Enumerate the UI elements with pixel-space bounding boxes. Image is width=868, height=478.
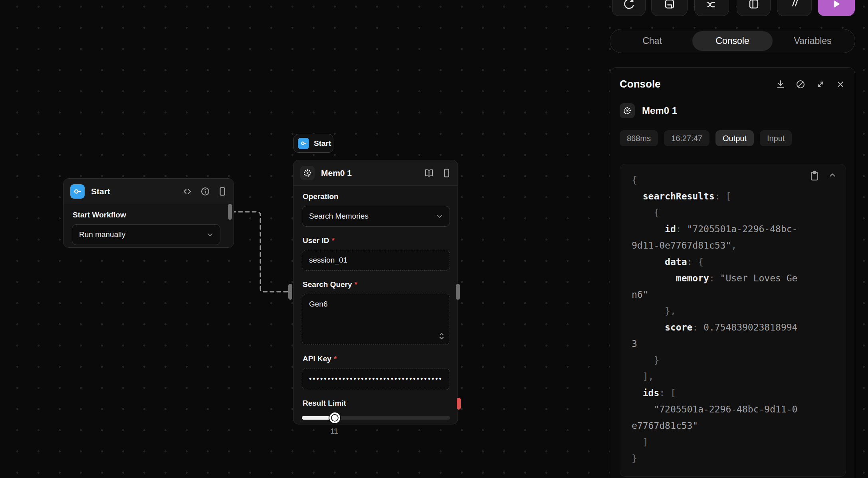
undo-icon bbox=[623, 0, 635, 16]
result-limit-value: 11 bbox=[326, 427, 342, 436]
input-toggle[interactable]: Input bbox=[760, 130, 792, 146]
start-icon bbox=[298, 138, 309, 149]
start-chip-label: Start bbox=[314, 139, 331, 148]
api-key-label: API Key* bbox=[303, 355, 449, 363]
result-limit-slider[interactable] bbox=[302, 412, 450, 423]
expand-icon[interactable] bbox=[816, 80, 825, 89]
resize-handle-icon[interactable] bbox=[438, 332, 445, 341]
duration-badge: 868ms bbox=[620, 130, 658, 146]
start-chip[interactable]: Start bbox=[293, 134, 333, 153]
layout-icon bbox=[748, 0, 759, 16]
mem0-node-title: Mem0 1 bbox=[321, 168, 417, 178]
run-button[interactable] bbox=[818, 0, 855, 16]
start-node-title: Start bbox=[91, 187, 176, 196]
save-icon bbox=[664, 0, 675, 16]
required-asterisk: * bbox=[332, 236, 335, 245]
console-code-lines: { searchResults: [ { id: "7205501a-2296-… bbox=[632, 172, 846, 467]
required-asterisk: * bbox=[355, 280, 357, 289]
mem0-node[interactable]: Mem0 1 Operation Search Memories bbox=[293, 160, 458, 424]
required-asterisk: * bbox=[334, 355, 337, 363]
routes-icon bbox=[706, 0, 718, 16]
panel-tabs: Chat Console Variables bbox=[610, 29, 855, 53]
start-node[interactable]: Start Start Workflow Run manually bbox=[63, 178, 234, 248]
download-icon[interactable] bbox=[776, 80, 785, 89]
console-panel: Console bbox=[610, 67, 855, 478]
info-icon[interactable] bbox=[200, 187, 210, 196]
slashes-icon bbox=[789, 0, 800, 16]
tab-chat[interactable]: Chat bbox=[612, 31, 692, 51]
output-toggle[interactable]: Output bbox=[715, 130, 754, 146]
console-output-code: { searchResults: [ { id: "7205501a-2296-… bbox=[620, 164, 846, 477]
search-query-textarea[interactable]: Gen6 bbox=[302, 294, 450, 345]
console-title: Console bbox=[620, 78, 776, 90]
console-entry-name: Mem0 1 bbox=[642, 105, 677, 116]
save-button[interactable] bbox=[651, 0, 688, 16]
copy-icon[interactable] bbox=[810, 171, 819, 181]
close-icon[interactable] bbox=[836, 80, 845, 89]
mem0-logo-icon bbox=[620, 103, 635, 118]
collapse-output-icon[interactable] bbox=[828, 171, 837, 181]
clear-console-icon[interactable] bbox=[796, 80, 805, 89]
docs-book-icon[interactable] bbox=[424, 168, 434, 178]
mem0-node-header: Mem0 1 bbox=[293, 160, 458, 186]
undo-button[interactable] bbox=[612, 0, 646, 16]
start-node-header: Start bbox=[63, 179, 234, 204]
timestamp-badge: 16:27:47 bbox=[664, 130, 709, 146]
code-icon[interactable] bbox=[182, 187, 192, 196]
result-limit-label: Result Limit bbox=[303, 399, 449, 408]
disable-button[interactable] bbox=[777, 0, 812, 16]
panel-layout-button[interactable] bbox=[737, 0, 771, 16]
user-id-input[interactable]: session_01 bbox=[302, 250, 450, 271]
start-node-output-handle[interactable] bbox=[228, 204, 232, 220]
start-workflow-label: Start Workflow bbox=[73, 211, 225, 219]
chevron-down-icon bbox=[206, 231, 214, 239]
mem0-logo-icon bbox=[300, 166, 315, 180]
collapse-panel-icon[interactable] bbox=[443, 168, 450, 178]
chevron-down-icon bbox=[436, 212, 444, 220]
mem0-node-output-handle[interactable] bbox=[456, 284, 460, 300]
mem0-node-input-handle[interactable] bbox=[288, 284, 292, 300]
mem0-node-error-handle[interactable] bbox=[457, 398, 461, 410]
auto-layout-button[interactable] bbox=[694, 0, 729, 16]
tab-console[interactable]: Console bbox=[692, 31, 773, 51]
operation-select[interactable]: Search Memories bbox=[302, 206, 450, 227]
user-id-label: User ID* bbox=[303, 236, 449, 245]
run-icon bbox=[831, 0, 842, 16]
api-key-input[interactable]: •••••••••••••••••••••••••••••••••••••••• bbox=[302, 368, 450, 390]
run-mode-select[interactable]: Run manually bbox=[72, 224, 220, 245]
collapse-panel-icon[interactable] bbox=[218, 187, 226, 196]
operation-label: Operation bbox=[303, 192, 449, 201]
search-query-label: Search Query* bbox=[303, 280, 449, 289]
tab-variables[interactable]: Variables bbox=[773, 31, 853, 51]
slider-thumb[interactable] bbox=[329, 412, 340, 423]
console-entry[interactable]: Mem0 1 bbox=[620, 103, 845, 118]
start-icon bbox=[70, 184, 85, 199]
